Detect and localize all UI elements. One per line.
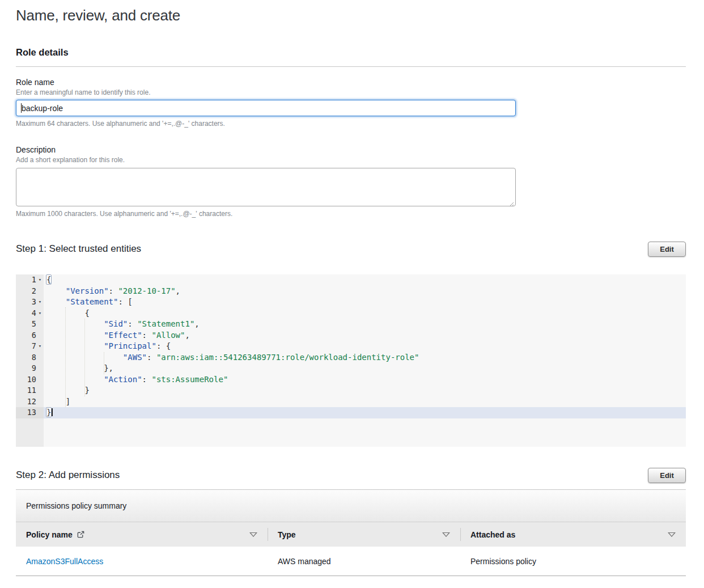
- code-token: "Action": [104, 375, 142, 384]
- gutter-line[interactable]: 3▾: [16, 297, 44, 308]
- line-number: 8: [32, 352, 36, 363]
- code-token: [46, 353, 123, 362]
- cell-policy-name: AmazonS3FullAccess: [16, 557, 268, 566]
- fold-arrow-icon[interactable]: ▾: [36, 341, 44, 352]
- line-number: 12: [27, 396, 36, 408]
- column-header-attached-as[interactable]: Attached as: [460, 522, 686, 547]
- code-line[interactable]: "Action": "sts:AssumeRole": [44, 374, 686, 386]
- code-line[interactable]: "Principal": {: [44, 341, 686, 352]
- code-token: :: [128, 319, 137, 328]
- description-textarea[interactable]: [16, 168, 516, 206]
- step1-edit-button[interactable]: Edit: [648, 242, 686, 257]
- fold-arrow-icon[interactable]: ▾: [36, 308, 44, 319]
- column-label: Attached as: [470, 530, 515, 539]
- code-token: :: [142, 331, 152, 340]
- divider: [16, 66, 686, 67]
- code-token: "Allow": [151, 331, 185, 340]
- code-token: "Principal": [104, 341, 156, 350]
- line-number: 5: [32, 319, 36, 330]
- role-details-heading: Role details: [16, 47, 686, 58]
- role-name-input[interactable]: [16, 100, 516, 116]
- code-line[interactable]: }: [44, 385, 686, 396]
- code-token: ]: [46, 397, 70, 406]
- code-token: [46, 286, 66, 295]
- gutter-line[interactable]: 4▾: [16, 308, 44, 319]
- code-token: "Sid": [104, 319, 128, 328]
- code-line[interactable]: {: [44, 274, 686, 286]
- fold-arrow-icon[interactable]: ▾: [36, 297, 44, 308]
- code-token: "arn:aws:iam::541263489771:role/workload…: [156, 353, 419, 362]
- code-token: ,: [176, 286, 180, 295]
- resize-handle-icon[interactable]: [508, 199, 514, 205]
- code-token: "Version": [66, 286, 109, 295]
- code-token: [46, 319, 104, 328]
- code-token: : [: [118, 297, 132, 306]
- code-token: "2012-10-17": [118, 286, 175, 295]
- line-number: 1: [32, 274, 36, 286]
- page: Name, review, and create Role details Ro…: [0, 0, 704, 576]
- line-number: 4: [32, 308, 36, 319]
- line-number: 3: [32, 297, 36, 308]
- role-name-constraint: Maximum 64 characters. Use alphanumeric …: [16, 120, 686, 128]
- code-token: : {: [156, 341, 171, 350]
- column-label: Policy name: [26, 530, 73, 539]
- permissions-panel-title: Permissions policy summary: [26, 501, 126, 510]
- fold-arrow-icon[interactable]: ▾: [36, 274, 44, 286]
- gutter-line: 8: [16, 352, 44, 363]
- column-header-policy-name[interactable]: Policy name: [16, 522, 268, 547]
- code-token: "sts:AssumeRole": [151, 375, 228, 384]
- line-number: 9: [32, 363, 36, 374]
- code-token: :: [142, 375, 152, 384]
- description-help: Add a short explanation for this role.: [16, 156, 686, 164]
- code-line[interactable]: "Effect": "Allow",: [44, 330, 686, 341]
- text-cursor: [21, 103, 22, 113]
- line-number: 10: [27, 374, 36, 386]
- line-number: 6: [32, 330, 36, 341]
- code-token: :: [147, 353, 156, 362]
- code-token: [46, 297, 66, 306]
- code-line[interactable]: {: [44, 308, 686, 319]
- code-token: ,: [194, 319, 199, 328]
- column-header-type[interactable]: Type: [268, 522, 460, 547]
- line-number: 2: [32, 286, 36, 297]
- code-line[interactable]: "AWS": "arn:aws:iam::541263489771:role/w…: [44, 352, 686, 363]
- permissions-table-header: Policy name Type Attached as: [16, 522, 686, 547]
- line-number: 7: [32, 341, 36, 352]
- description-constraint: Maximum 1000 characters. Use alphanumeri…: [16, 210, 686, 218]
- gutter-line: 2: [16, 286, 44, 297]
- permissions-panel-header: Permissions policy summary: [16, 489, 686, 522]
- code-token: {: [46, 308, 90, 318]
- trust-policy-editor[interactable]: 1▾23▾4▾567▾8910111213 { "Version": "2012…: [16, 274, 686, 447]
- filter-dropdown-icon[interactable]: [668, 532, 676, 538]
- code-token: "AWS": [123, 353, 147, 362]
- code-token: :: [109, 286, 118, 295]
- code-line[interactable]: ]: [44, 396, 686, 408]
- gutter-line[interactable]: 1▾: [16, 274, 44, 286]
- step1-heading: Step 1: Select trusted entities: [16, 243, 141, 255]
- line-number: 11: [27, 385, 36, 396]
- table-row: AmazonS3FullAccess AWS managed Permissio…: [16, 547, 686, 576]
- description-label: Description: [16, 145, 686, 154]
- code-lines[interactable]: { "Version": "2012-10-17", "Statement": …: [44, 274, 686, 447]
- gutter-line: 9: [16, 363, 44, 374]
- policy-name-link[interactable]: AmazonS3FullAccess: [26, 557, 103, 566]
- step2-edit-button[interactable]: Edit: [648, 468, 686, 483]
- gutter-line: 10: [16, 374, 44, 386]
- code-line[interactable]: }: [44, 407, 686, 418]
- filter-dropdown-icon[interactable]: [442, 532, 450, 538]
- code-token: ,: [185, 331, 189, 340]
- code-line[interactable]: "Sid": "Statement1",: [44, 319, 686, 330]
- code-token: [46, 375, 104, 384]
- code-token: }: [46, 407, 52, 417]
- code-line[interactable]: "Version": "2012-10-17",: [44, 286, 686, 297]
- gutter-line[interactable]: 7▾: [16, 341, 44, 352]
- code-token: }: [46, 386, 90, 395]
- code-token: },: [46, 363, 113, 373]
- gutter-line: 12: [16, 396, 44, 408]
- filter-dropdown-icon[interactable]: [249, 532, 257, 538]
- code-line[interactable]: "Statement": [: [44, 297, 686, 308]
- role-name-label: Role name: [16, 78, 686, 87]
- text-cursor: [52, 408, 53, 416]
- code-line[interactable]: },: [44, 363, 686, 374]
- gutter-line: 6: [16, 330, 44, 341]
